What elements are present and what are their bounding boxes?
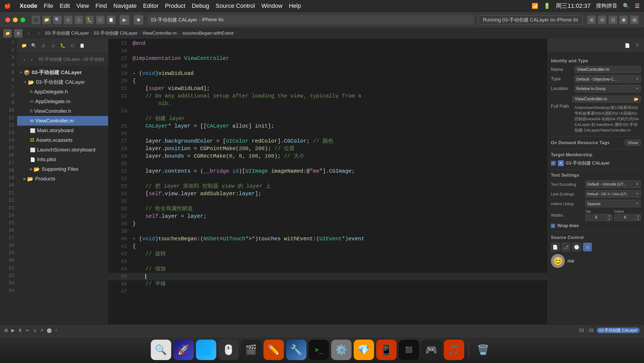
menu-product[interactable]: Product [165, 2, 185, 9]
nav-debug-icon[interactable]: 🐛 [59, 42, 67, 49]
breadcrumb-project[interactable]: 03-手动创建 CALayer [45, 30, 89, 36]
breakpoint-icon[interactable]: ⬡ [96, 16, 105, 24]
minimize-button[interactable] [13, 17, 18, 22]
project-badge[interactable]: 03-手动创建 CALayer [597, 328, 640, 333]
breadcrumb-file[interactable]: ViewController.m [142, 31, 177, 36]
menu-view[interactable]: View [76, 2, 89, 9]
location-select[interactable]: Relative to Group ▼ [575, 85, 641, 92]
encoding-select[interactable]: Default - Unicode (UT... ▼ [585, 180, 641, 188]
grid-view-icon[interactable]: ⊞ [4, 328, 8, 333]
nav-test-icon[interactable]: ◇ [49, 42, 57, 49]
dock-draw[interactable]: ✏️ [264, 340, 284, 360]
dock-video[interactable]: 🎬 [241, 340, 261, 360]
dock-powerpoint[interactable]: 📱 [376, 340, 397, 360]
dock-preferences[interactable]: ⚙️ [331, 340, 352, 360]
code-content[interactable]: 15 @end 16 17 @implementation ViewContro… [108, 39, 547, 324]
reveal-in-finder-icon[interactable]: 📂 [634, 97, 638, 101]
log-icon[interactable]: 📋 [107, 16, 115, 24]
filename-input[interactable]: ViewController.m 📂 [572, 96, 641, 103]
tree-item-assets[interactable]: 🖼 Assets.xcassets [17, 135, 108, 145]
menu-xcode[interactable]: Xcode [20, 2, 37, 9]
inspector-toggle-icon[interactable]: ▣ [619, 16, 628, 24]
indent-up-btn[interactable]: ▲ [636, 214, 641, 217]
tab-down-btn[interactable]: ▼ [607, 217, 612, 221]
tree-item-launch-storyboard[interactable]: ⬜ LaunchScreen.storyboard [17, 145, 108, 155]
utility-toggle-icon[interactable]: ▤ [630, 16, 639, 24]
ime-indicator[interactable]: 搜狗拼音 [596, 2, 617, 9]
tree-group[interactable]: ▼ 📂 03-手动创建 CALayer [17, 77, 108, 87]
target-checkbox[interactable]: ✓ [551, 161, 556, 166]
folder-nav-icon[interactable]: 📁 [3, 29, 12, 38]
tab-up-btn[interactable]: ▲ [607, 214, 612, 217]
test-icon[interactable]: ◇ [75, 16, 83, 24]
pause-status-icon[interactable]: ⏸ [18, 328, 23, 333]
apple-icon[interactable]: 🍎 [4, 3, 11, 9]
dock-launchpad[interactable]: 🚀 [173, 340, 194, 360]
sc-grid-btn[interactable]: ⊞ [583, 243, 592, 251]
play-status-icon[interactable]: ▶ [11, 328, 15, 333]
close-button[interactable] [5, 17, 10, 22]
tree-item-viewcontroller-h[interactable]: h ViewController.h [17, 106, 108, 116]
tree-item-appdelegate-h[interactable]: h AppDelegate.h [17, 87, 108, 97]
dock-xcode[interactable]: 🔧 [286, 340, 306, 360]
standard-editor-icon[interactable]: ⊞ [587, 16, 596, 24]
indent-using-select[interactable]: Spaces ▼ [585, 200, 641, 207]
menu-debug[interactable]: Debug [192, 2, 209, 9]
menu-file[interactable]: File [44, 2, 53, 9]
debug-icon[interactable]: 🐛 [85, 16, 94, 24]
tree-item-supporting-files[interactable]: ▶ 📂 Supporting Files [17, 164, 108, 174]
sc-doc-btn[interactable]: 📄 [551, 243, 559, 251]
code-editor[interactable]: 15 @end 16 17 @implementation ViewContro… [108, 39, 547, 324]
dock-iterm[interactable]: ⬛ [399, 340, 419, 360]
menu-navigate[interactable]: Navigate [114, 2, 137, 9]
forward-button[interactable]: › [35, 29, 43, 37]
settings-nav-icon[interactable]: ⚙ [14, 29, 23, 38]
dock-game[interactable]: 🎮 [421, 340, 442, 360]
menu-editor[interactable]: Editor [143, 2, 158, 9]
name-input[interactable]: ViewController.m [575, 66, 641, 73]
dock-trash[interactable]: 🗑️ [473, 340, 493, 360]
tree-item-main-storyboard[interactable]: ⬜ Main.storyboard [17, 126, 108, 135]
step-into-icon[interactable]: ↘ [33, 328, 36, 333]
type-select[interactable]: Default - Objective-C... ▼ [575, 75, 641, 83]
list-icon[interactable]: ☰ [635, 3, 640, 9]
debug-run-icon[interactable]: ⬤ [47, 328, 52, 333]
nav-forward-btn[interactable]: › [29, 56, 35, 64]
nav-folder-icon[interactable]: 📁 [20, 42, 28, 49]
nav-breakpoint-icon[interactable]: ⬡ [69, 42, 76, 49]
inspector-file-icon[interactable]: 📄 [624, 42, 631, 49]
scheme-selector[interactable]: 03-手动创建 CALayer › iPhone 6s [148, 15, 474, 25]
warning-icon[interactable]: ⚠ [64, 16, 72, 24]
nav-warning-icon[interactable]: ⚠ [40, 42, 47, 49]
assistant-editor-icon[interactable]: ⊟ [598, 16, 606, 24]
stop-button[interactable]: ⏹ [134, 15, 143, 25]
tree-item-appdelegate-m[interactable]: m AppDelegate.m [17, 97, 108, 106]
step-over-icon[interactable]: ↩ [26, 328, 30, 333]
version-editor-icon[interactable]: ⊡ [609, 16, 617, 24]
nav-back-btn[interactable]: ‹ [21, 56, 27, 64]
breadcrumb-group[interactable]: 03-手动创建 CALayer [94, 30, 137, 36]
nav-search-icon[interactable]: 🔍 [30, 42, 38, 49]
wrap-lines-checkbox[interactable]: ✓ [551, 224, 555, 228]
tree-item-products[interactable]: ▶ 📂 Products [17, 174, 108, 184]
dock-safari[interactable]: 🌐 [196, 340, 216, 360]
dock-terminal[interactable]: >_ [309, 340, 329, 360]
indent-stepper[interactable]: 4 ▲ ▼ [614, 214, 641, 221]
menu-window[interactable]: Window [261, 2, 282, 9]
breadcrumb-symbol[interactable]: -touchesBegan:withEvent: [181, 31, 235, 36]
tab-stepper[interactable]: 4 ▲ ▼ [585, 214, 612, 221]
sc-branch-btn[interactable]: ⎇ [562, 243, 570, 251]
indent-down-btn[interactable]: ▼ [636, 217, 641, 221]
search-icon[interactable]: 🔍 [623, 3, 630, 9]
navigator-icon[interactable]: 📁 [42, 16, 51, 24]
tree-root[interactable]: ▼ 📦 03-手动创建 CALayer [17, 68, 108, 77]
dock-finder[interactable]: 🔍 [151, 340, 171, 360]
maximize-button[interactable] [20, 17, 25, 22]
menu-find[interactable]: Find [96, 2, 107, 9]
search-nav-icon[interactable]: 🔍 [53, 16, 62, 24]
step-out-icon[interactable]: ↗ [40, 328, 43, 333]
show-button[interactable]: Show [625, 140, 641, 146]
tree-item-info-plist[interactable]: 📄 Info.plist [17, 155, 108, 164]
menu-source-control[interactable]: Source Control [216, 2, 255, 9]
dock-media[interactable]: 🎵 [444, 340, 464, 360]
